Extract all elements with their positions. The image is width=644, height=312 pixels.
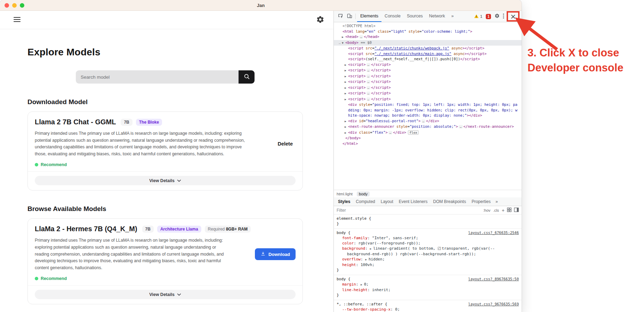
expand-arrow-icon[interactable]: ▶ (345, 97, 348, 102)
search-button[interactable] (239, 70, 255, 84)
devtools-tab-console[interactable]: Console (381, 11, 404, 22)
expand-arrow-icon[interactable]: ▶ (345, 119, 348, 124)
stylesheet-link[interactable]: layout.css?_9676635:569 (468, 302, 519, 307)
expand-value-icon[interactable]: ▶ (361, 283, 364, 286)
rule-selector[interactable]: body { (337, 230, 351, 235)
page-title: Explore Models (27, 47, 333, 58)
recommend-status: Recommend (35, 162, 296, 167)
css-property[interactable]: color: rgb(var(--foreground-rgb)); (337, 241, 519, 246)
expand-value-icon[interactable]: ▶ (365, 258, 369, 261)
view-details-button[interactable]: View Details (35, 176, 296, 185)
delete-button[interactable]: Delete (277, 141, 293, 147)
dom-tree-row[interactable]: ▶<script>…</script> (334, 91, 522, 96)
dom-tree-row[interactable]: <script src="./_next/static/chunks/main-… (334, 51, 522, 57)
dom-tree-row[interactable]: ▶<script>…</script> (334, 85, 522, 91)
dom-tree-row[interactable]: ▶<script>…</script> (334, 68, 522, 73)
sidebar-tab-computed[interactable]: Computed (353, 199, 378, 204)
dom-tree-row[interactable]: <script src="./_next/static/chunks/webpa… (334, 46, 522, 51)
devtools-tab-elements[interactable]: Elements (357, 11, 381, 22)
css-property[interactable]: background: ▶ linear-gradient( to bottom… (337, 246, 519, 257)
annotation-text: 3. Click X to close Developer console (528, 45, 623, 76)
search-icon (244, 73, 250, 80)
devtools-tab-network[interactable]: Network (426, 11, 448, 22)
dom-tree-row[interactable]: ▶<div class="flex">…</div>flex (334, 130, 522, 136)
more-tabs-button[interactable]: » (448, 11, 457, 22)
expand-arrow-icon[interactable]: ▶ (345, 68, 348, 73)
css-property[interactable]: font-family: "Inter", sans-serif; (337, 235, 519, 241)
filter-toggle-cls[interactable]: .cls (493, 208, 499, 212)
dom-tree-row[interactable]: ▶<script>…</script> (334, 62, 522, 68)
sidebar-tab-dom-breakpoints[interactable]: DOM Breakpoints (430, 199, 469, 204)
dom-tree-row[interactable]: </html> (334, 141, 522, 147)
rule-selector[interactable]: *, ::before, ::after { (337, 302, 387, 307)
styles-filter-input[interactable] (337, 208, 481, 213)
download-icon (260, 251, 266, 257)
dom-tree-row[interactable]: ▶<script>…</script> (334, 73, 522, 79)
expand-arrow-icon[interactable]: ▶ (345, 62, 348, 68)
menu-button[interactable] (13, 16, 21, 24)
expand-value-icon[interactable]: ▶ (370, 247, 373, 250)
device-toolbar-button[interactable] (345, 11, 354, 22)
minimize-window-button[interactable] (12, 3, 17, 8)
dom-tree-row[interactable]: ▶<next-route-announcer style="position: … (334, 124, 522, 130)
error-icon: 1 (486, 14, 491, 19)
dom-tree-row[interactable]: …▼<body> == $0 (334, 40, 522, 46)
dom-tree-row[interactable]: <html lang="en" class="light" style="col… (334, 29, 522, 34)
sidebar-tab-event-listeners[interactable]: Event Listeners (396, 199, 430, 204)
sidebar-tab-styles[interactable]: Styles (335, 199, 353, 204)
css-property[interactable]: height: 100vh; (337, 262, 519, 267)
recommend-label: Recommend (41, 162, 67, 167)
search-input[interactable] (76, 70, 239, 84)
dom-tree-row[interactable]: ▶<script>…</script> (334, 96, 522, 102)
rule-selector[interactable]: body { (337, 276, 351, 282)
dom-tree-row[interactable]: hite-space: nowrap; border-width: 0px; d… (334, 113, 522, 118)
dom-tree-row[interactable]: ▶<head>…</head> (334, 34, 522, 40)
css-property[interactable]: margin: ▶ 0; (337, 282, 519, 287)
sidebar-tab-layout[interactable]: Layout (378, 199, 396, 204)
new-style-rule-icon[interactable] (507, 207, 512, 213)
toolbar-separator (355, 14, 356, 19)
rule-selector[interactable]: element.style { (337, 216, 371, 221)
filter-toggle-hov[interactable]: :hov (483, 208, 491, 212)
card-divider (28, 285, 303, 286)
breadcrumb-body[interactable]: body (357, 192, 370, 196)
css-property[interactable]: overflow: ▶ hidden; (337, 257, 519, 262)
zoom-window-button[interactable] (20, 3, 24, 8)
dom-tree-row[interactable]: <script>(self.__next_f=self.__next_f||[]… (334, 56, 522, 62)
dom-tree-row[interactable]: <div style="position: fixed; top: 1px; l… (334, 102, 522, 108)
expand-arrow-icon[interactable]: ▶ (345, 91, 348, 96)
expand-arrow-icon[interactable]: ▼ (342, 40, 345, 46)
recommend-dot-icon (35, 163, 38, 166)
view-details-button[interactable]: View Details (35, 290, 296, 299)
download-button[interactable]: Download (255, 248, 296, 260)
css-property[interactable]: line-height: inherit; (337, 287, 519, 292)
dom-tree-row[interactable]: ▶<script>…</script> (334, 79, 522, 85)
close-window-button[interactable] (5, 3, 9, 8)
devtools-tab-sources[interactable]: Sources (404, 11, 426, 22)
sidebar-layout-icon[interactable] (514, 207, 519, 213)
expand-arrow-icon[interactable]: ▶ (345, 79, 348, 85)
expand-arrow-icon[interactable]: ▶ (345, 85, 348, 91)
devtools-menu-button[interactable] (501, 11, 506, 22)
errors-badge[interactable]: 1 (484, 11, 493, 22)
dom-tree-row[interactable]: <!DOCTYPE html> (334, 23, 522, 29)
dom-tree-row[interactable]: </body> (334, 135, 522, 141)
stylesheet-link[interactable]: layout.css?_676635:2546 (468, 230, 519, 235)
dom-tree-row[interactable]: ▶<div id="headlessui-portal-root">…</div… (334, 118, 522, 124)
sidebar-tab-properties[interactable]: Properties (469, 199, 493, 204)
breadcrumb-html-light[interactable]: html.light (337, 192, 353, 196)
devtools-close-button[interactable]: × (510, 13, 516, 20)
expand-arrow-icon[interactable]: ▶ (345, 130, 348, 136)
warnings-badge[interactable]: 1 (472, 11, 484, 22)
settings-button[interactable] (316, 15, 324, 25)
devtools-settings-button[interactable] (493, 11, 501, 22)
sidebar-more-tabs-button[interactable]: » (493, 199, 500, 204)
expand-arrow-icon[interactable]: ▶ (345, 74, 348, 79)
inspect-element-button[interactable] (336, 11, 345, 22)
expand-arrow-icon[interactable]: ▶ (345, 124, 348, 130)
stylesheet-link[interactable]: layout.css?_89676635:50 (468, 276, 519, 282)
filter-toggle-new-rule[interactable]: + (502, 208, 505, 213)
expand-arrow-icon[interactable]: ▶ (342, 34, 345, 40)
dom-tree-row[interactable]: dding: 0px; margin: -1px; overflow: hidd… (334, 108, 522, 113)
css-property[interactable]: --tw-border-spacing-x: 0; (337, 307, 519, 312)
